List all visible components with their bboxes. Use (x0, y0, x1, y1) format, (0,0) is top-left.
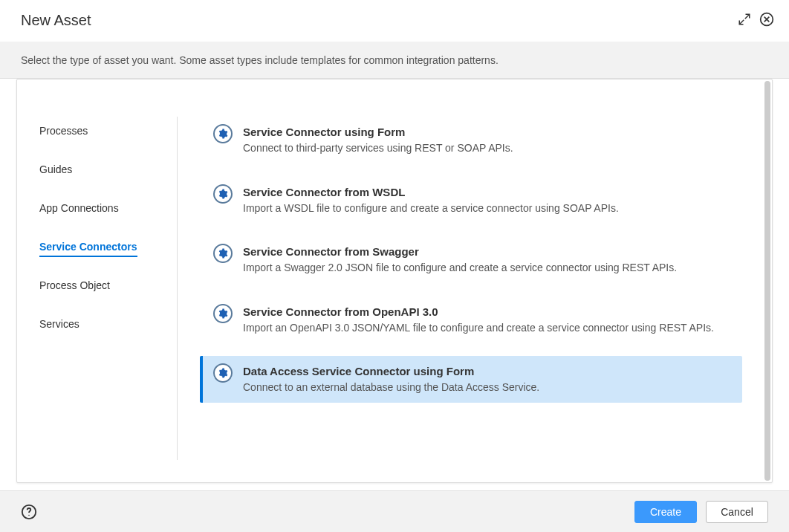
item-text: Service Connector using Form Connect to … (243, 124, 732, 156)
item-desc: Connect to an external database using th… (243, 380, 732, 395)
item-desc: Import a WSDL file to configure and crea… (243, 201, 732, 216)
asset-items-panel: Service Connector using Form Connect to … (178, 117, 750, 460)
sidebar-item-label: Process Object (39, 279, 110, 291)
gear-icon (213, 363, 233, 383)
sidebar-item-process-object[interactable]: Process Object (39, 275, 110, 296)
close-icon[interactable] (759, 12, 774, 27)
sidebar-item-processes[interactable]: Processes (39, 120, 88, 141)
sidebar-item-guides[interactable]: Guides (39, 159, 72, 180)
item-title: Service Connector from Swagger (243, 245, 732, 258)
gear-icon (213, 244, 233, 263)
main-panel: Processes Guides App Connections Service… (16, 79, 773, 483)
item-title: Service Connector using Form (243, 126, 732, 138)
item-desc: Import an OpenAPI 3.0 JSON/YAML file to … (243, 321, 732, 336)
cancel-button[interactable]: Cancel (706, 501, 768, 523)
sidebar-item-services[interactable]: Services (39, 314, 79, 334)
sidebar-item-label: App Connections (39, 202, 119, 214)
help-icon[interactable] (21, 504, 37, 520)
expand-icon[interactable] (737, 12, 752, 27)
sidebar-item-service-connectors[interactable]: Service Connectors (39, 236, 137, 257)
sidebar-item-label: Services (39, 318, 79, 330)
item-text: Service Connector from Swagger Import a … (243, 244, 732, 276)
gear-icon (213, 184, 233, 204)
create-button[interactable]: Create (634, 501, 697, 523)
item-data-access-connector[interactable]: Data Access Service Connector using Form… (200, 356, 742, 403)
item-text: Service Connector from WSDL Import a WSD… (243, 184, 732, 216)
asset-type-sidebar: Processes Guides App Connections Service… (39, 117, 178, 460)
dialog-footer: Create Cancel (0, 490, 789, 532)
sidebar-item-label: Processes (39, 125, 88, 137)
item-service-connector-swagger[interactable]: Service Connector from Swagger Import a … (200, 236, 742, 283)
item-text: Data Access Service Connector using Form… (243, 363, 732, 395)
sidebar-item-label: Service Connectors (39, 241, 137, 253)
sidebar-item-label: Guides (39, 163, 72, 175)
item-service-connector-openapi[interactable]: Service Connector from OpenAPI 3.0 Impor… (200, 296, 742, 343)
item-title: Service Connector from OpenAPI 3.0 (243, 305, 732, 318)
item-desc: Connect to third-party services using RE… (243, 141, 732, 156)
item-title: Service Connector from WSDL (243, 186, 732, 198)
dialog-description: Select the type of asset you want. Some … (0, 42, 789, 79)
sidebar-item-app-connections[interactable]: App Connections (39, 198, 119, 218)
item-service-connector-form[interactable]: Service Connector using Form Connect to … (200, 117, 742, 163)
svg-point-2 (28, 514, 29, 515)
dialog-title: New Asset (21, 12, 768, 29)
header-actions (737, 12, 774, 27)
item-text: Service Connector from OpenAPI 3.0 Impor… (243, 304, 732, 336)
item-title: Data Access Service Connector using Form (243, 365, 732, 377)
gear-icon (213, 124, 233, 143)
gear-icon (213, 304, 233, 323)
scrollbar[interactable] (764, 81, 770, 481)
item-desc: Import a Swagger 2.0 JSON file to config… (243, 261, 732, 276)
item-service-connector-wsdl[interactable]: Service Connector from WSDL Import a WSD… (200, 177, 742, 224)
dialog-header: New Asset (0, 0, 789, 42)
